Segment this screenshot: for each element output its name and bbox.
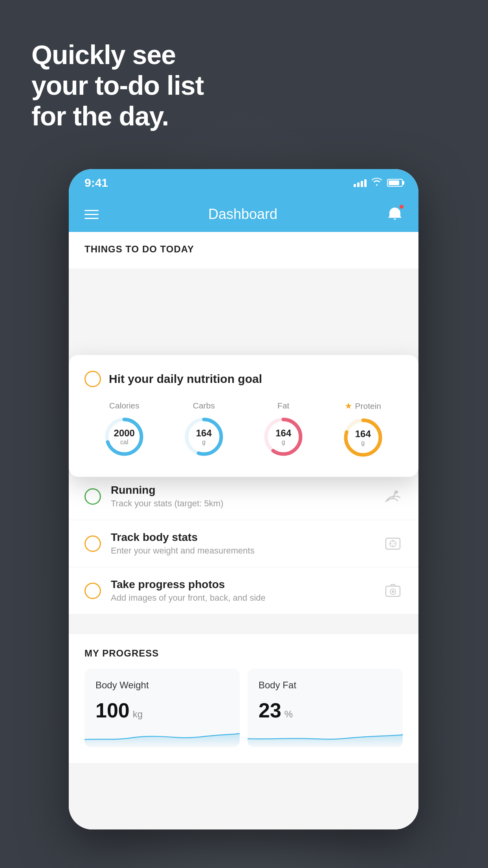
bell-icon[interactable] xyxy=(387,206,403,223)
body-weight-chart xyxy=(84,724,240,747)
svg-rect-9 xyxy=(386,538,400,549)
photos-checkbox[interactable] xyxy=(84,583,101,599)
macro-protein-unit: g xyxy=(355,440,371,447)
body-fat-chart xyxy=(248,724,403,747)
macro-carbs-label: Carbs xyxy=(193,401,215,410)
macro-calories-unit: cal xyxy=(114,439,135,446)
star-icon: ★ xyxy=(345,401,352,411)
body-stats-content: Track body stats Enter your weight and m… xyxy=(111,531,373,556)
macro-protein-circle: 164 g xyxy=(341,416,385,459)
nutrition-title: Hit your daily nutrition goal xyxy=(109,372,262,386)
body-weight-card[interactable]: Body Weight 100 kg xyxy=(84,669,240,747)
running-content: Running Track your stats (target: 5km) xyxy=(111,484,373,509)
svg-point-13 xyxy=(392,590,394,593)
body-fat-value-wrap: 23 % xyxy=(259,699,392,722)
running-title: Running xyxy=(111,484,373,497)
app-header: Dashboard xyxy=(69,197,418,232)
header-title: Dashboard xyxy=(208,206,277,223)
todo-item-body-stats[interactable]: Track body stats Enter your weight and m… xyxy=(69,520,418,567)
todo-item-photos[interactable]: Take progress photos Add images of your … xyxy=(69,567,418,614)
body-fat-card-title: Body Fat xyxy=(259,680,392,691)
body-weight-card-title: Body Weight xyxy=(95,680,229,691)
body-weight-number: 100 xyxy=(95,699,130,722)
macro-carbs-value: 164 xyxy=(196,428,212,439)
content-area: THINGS TO DO TODAY Hit your daily nutrit… xyxy=(69,232,418,829)
macro-protein: ★ Protein 164 g xyxy=(341,401,385,459)
macro-fat-unit: g xyxy=(275,439,291,446)
body-stats-subtitle: Enter your weight and measurements xyxy=(111,546,373,556)
macro-calories-circle: 2000 cal xyxy=(103,415,146,458)
progress-title: MY PROGRESS xyxy=(84,648,403,659)
progress-section: MY PROGRESS Body Weight 100 kg xyxy=(69,634,418,763)
menu-icon[interactable] xyxy=(84,210,99,219)
macro-circles: Calories 2000 cal xyxy=(84,401,403,459)
battery-icon xyxy=(387,179,403,187)
body-fat-card[interactable]: Body Fat 23 % xyxy=(248,669,403,747)
progress-cards: Body Weight 100 kg xyxy=(84,669,403,747)
macro-carbs: Carbs 164 g xyxy=(182,401,226,458)
running-subtitle: Track your stats (target: 5km) xyxy=(111,498,373,509)
photos-title: Take progress photos xyxy=(111,578,373,591)
photos-content: Take progress photos Add images of your … xyxy=(111,578,373,603)
macro-protein-label: Protein xyxy=(355,401,381,411)
macro-protein-value: 164 xyxy=(355,428,371,440)
macro-carbs-unit: g xyxy=(196,439,212,446)
status-bar: 9:41 xyxy=(69,169,418,197)
macro-calories-label: Calories xyxy=(109,401,139,410)
things-section: THINGS TO DO TODAY xyxy=(69,232,418,268)
macro-calories-value: 2000 xyxy=(114,428,135,439)
status-icons xyxy=(354,177,403,188)
macro-fat: Fat 164 g xyxy=(262,401,305,458)
scale-icon xyxy=(383,534,403,554)
macro-carbs-circle: 164 g xyxy=(182,415,226,458)
wifi-icon xyxy=(371,177,382,188)
running-checkbox[interactable] xyxy=(84,488,101,505)
nutrition-card: Hit your daily nutrition goal Calories xyxy=(69,355,418,477)
things-section-title: THINGS TO DO TODAY xyxy=(84,244,403,255)
todo-list: Running Track your stats (target: 5km) xyxy=(69,473,418,614)
nutrition-checkbox[interactable] xyxy=(84,371,101,387)
macro-calories: Calories 2000 cal xyxy=(103,401,146,458)
body-stats-title: Track body stats xyxy=(111,531,373,544)
macro-fat-label: Fat xyxy=(277,401,289,410)
body-fat-unit: % xyxy=(284,709,293,720)
macro-fat-circle: 164 g xyxy=(262,415,305,458)
macro-fat-value: 164 xyxy=(275,428,291,439)
body-weight-value-wrap: 100 kg xyxy=(95,699,229,722)
signal-icon xyxy=(354,178,367,187)
hero-text: Quickly see your to-do list for the day. xyxy=(31,39,204,132)
body-stats-checkbox[interactable] xyxy=(84,535,101,552)
status-time: 9:41 xyxy=(84,176,108,189)
photo-icon xyxy=(383,581,403,601)
notification-badge xyxy=(399,204,404,210)
body-fat-number: 23 xyxy=(259,699,281,722)
photos-subtitle: Add images of your front, back, and side xyxy=(111,593,373,603)
running-icon xyxy=(383,487,403,506)
todo-item-running[interactable]: Running Track your stats (target: 5km) xyxy=(69,473,418,520)
body-weight-unit: kg xyxy=(133,709,143,720)
phone-frame: 9:41 xyxy=(69,169,418,829)
